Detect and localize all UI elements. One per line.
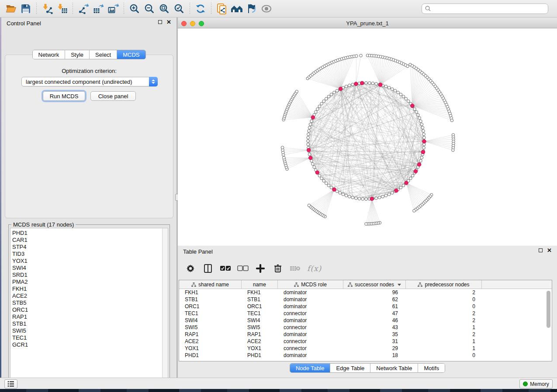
zoom-selected-button[interactable] — [172, 2, 187, 16]
float-panel-button[interactable] — [158, 20, 162, 24]
table-row-SWI5[interactable]: SWI5SWI5connector431 — [179, 324, 552, 331]
window-maximize-button[interactable] — [199, 21, 204, 26]
cell-successors[interactable]: 18 — [343, 352, 406, 359]
mcds-result-node[interactable]: PMA2 — [12, 279, 163, 285]
tab-network[interactable]: Network — [32, 50, 65, 59]
deselect-all-button[interactable] — [237, 263, 249, 274]
column-header-name[interactable]: name — [242, 280, 278, 289]
task-history-button[interactable] — [4, 379, 17, 389]
cell-predecessors[interactable]: 2 — [406, 317, 482, 324]
cell-successors[interactable]: 47 — [343, 310, 406, 317]
mcds-result-node[interactable]: FKH1 — [12, 285, 163, 292]
dominator-node[interactable] — [307, 148, 311, 152]
dominator-node[interactable] — [370, 197, 374, 201]
mcds-result-node[interactable]: RAP1 — [12, 313, 163, 320]
mcds-result-node[interactable]: ACE2 — [12, 292, 163, 299]
column-header-successor-nodes[interactable]: successor nodes — [343, 280, 406, 289]
cell-successors[interactable]: 46 — [343, 317, 406, 324]
cell-successors[interactable]: 61 — [343, 303, 406, 310]
float-table-panel-button[interactable] — [539, 248, 543, 252]
search-input[interactable] — [431, 5, 545, 12]
dominator-node[interactable] — [332, 188, 336, 192]
criterion-dropdown[interactable]: largest connected component (undirected) — [21, 77, 158, 86]
run-mcds-button[interactable]: Run MCDS — [43, 91, 85, 101]
close-panel-button[interactable]: ✕ — [166, 20, 171, 24]
save-session-button[interactable] — [18, 2, 33, 16]
table-row-FKH1[interactable]: FKH1FKH1dominator962 — [179, 289, 552, 296]
cell-role[interactable]: dominator — [278, 317, 343, 324]
table-row-STB1[interactable]: STB1STB1dominator620 — [179, 296, 552, 303]
cell-role[interactable]: connector — [278, 324, 343, 331]
apply-layout-button[interactable] — [193, 2, 208, 16]
cell-shared_name[interactable]: ORC1 — [179, 303, 242, 310]
dominator-node[interactable] — [311, 116, 315, 120]
mcds-result-node[interactable]: TEC1 — [12, 334, 163, 341]
cell-predecessors[interactable]: 0 — [406, 303, 482, 310]
cell-role[interactable]: dominator — [278, 352, 343, 359]
cell-predecessors[interactable]: 0 — [406, 296, 482, 303]
cell-shared_name[interactable]: SWI4 — [179, 317, 242, 324]
zoom-in-button[interactable] — [127, 2, 142, 16]
show-graphics-details-button[interactable] — [259, 2, 274, 16]
mcds-result-node[interactable]: SRD1 — [12, 272, 163, 279]
cell-successors[interactable]: 43 — [343, 324, 406, 331]
dominator-node[interactable] — [421, 150, 425, 154]
dominator-node[interactable] — [339, 87, 343, 91]
cell-predecessors[interactable]: 1 — [406, 338, 482, 345]
table-row-YOX1[interactable]: YOX1YOX1connector291 — [179, 345, 552, 352]
cell-successors[interactable]: 96 — [343, 289, 406, 296]
hide-graphics-details-button[interactable] — [244, 2, 259, 16]
column-view-button[interactable] — [202, 263, 214, 274]
cell-shared_name[interactable]: PHD1 — [179, 352, 242, 359]
dominator-node[interactable] — [414, 169, 418, 173]
cell-name[interactable]: TEC1 — [242, 310, 278, 317]
tab-motifs[interactable]: Motifs — [418, 364, 445, 372]
first-neighbors-button[interactable] — [229, 2, 244, 16]
dominator-node[interactable] — [422, 140, 426, 144]
dominator-node[interactable] — [405, 181, 408, 185]
mcds-result-node[interactable]: YOX1 — [12, 258, 163, 265]
dominator-node[interactable] — [394, 189, 398, 193]
tab-select[interactable]: Select — [90, 50, 117, 59]
cell-name[interactable]: ORC1 — [242, 303, 278, 310]
cell-role[interactable]: dominator — [278, 303, 343, 310]
cell-shared_name[interactable]: YOX1 — [179, 345, 242, 352]
mcds-result-node[interactable]: STB5 — [12, 299, 163, 306]
cell-role[interactable]: connector — [278, 345, 343, 352]
mcds-result-node[interactable]: SWI4 — [12, 265, 163, 272]
cell-name[interactable]: FKH1 — [242, 289, 278, 296]
dominator-node[interactable] — [379, 83, 383, 87]
network-canvas[interactable] — [178, 28, 557, 246]
cell-predecessors[interactable]: 2 — [406, 310, 482, 317]
cell-shared_name[interactable]: FKH1 — [179, 289, 242, 296]
table-scrollbar-thumb[interactable] — [547, 291, 550, 328]
cell-name[interactable]: RAP1 — [242, 331, 278, 338]
table-row-SWI4[interactable]: SWI4SWI4dominator462 — [179, 317, 552, 324]
cell-role[interactable]: dominator — [278, 296, 343, 303]
cell-role[interactable]: connector — [278, 338, 343, 345]
window-minimize-button[interactable] — [190, 21, 195, 26]
table-row-PHD1[interactable]: PHD1PHD1dominator180 — [179, 352, 552, 359]
cell-shared_name[interactable]: TEC1 — [179, 310, 242, 317]
memory-button[interactable]: Memory — [519, 379, 553, 389]
import-table-button[interactable] — [55, 2, 69, 16]
cell-role[interactable]: dominator — [278, 331, 343, 338]
cell-shared_name[interactable]: ACE2 — [179, 338, 242, 345]
mcds-result-scrollbar[interactable] — [162, 228, 168, 382]
cell-name[interactable]: YOX1 — [242, 345, 278, 352]
table-settings-button[interactable] — [185, 263, 196, 274]
mcds-result-node[interactable]: STB1 — [12, 320, 163, 327]
cell-name[interactable]: ACE2 — [242, 338, 278, 345]
table-row-ORC1[interactable]: ORC1ORC1dominator610 — [179, 303, 552, 310]
dominator-node[interactable] — [360, 81, 364, 85]
cell-predecessors[interactable]: 1 — [406, 324, 482, 331]
zoom-fit-button[interactable] — [157, 2, 172, 16]
cell-name[interactable]: SWI5 — [242, 324, 278, 331]
column-header-predecessor-nodes[interactable]: predecessor nodes — [406, 280, 482, 289]
export-network-button[interactable] — [76, 2, 91, 16]
close-table-panel-button[interactable]: ✕ — [547, 248, 552, 252]
cell-shared_name[interactable]: RAP1 — [179, 331, 242, 338]
window-close-button[interactable] — [181, 21, 187, 26]
cell-successors[interactable]: 31 — [343, 338, 406, 345]
dominator-node[interactable] — [308, 156, 312, 160]
